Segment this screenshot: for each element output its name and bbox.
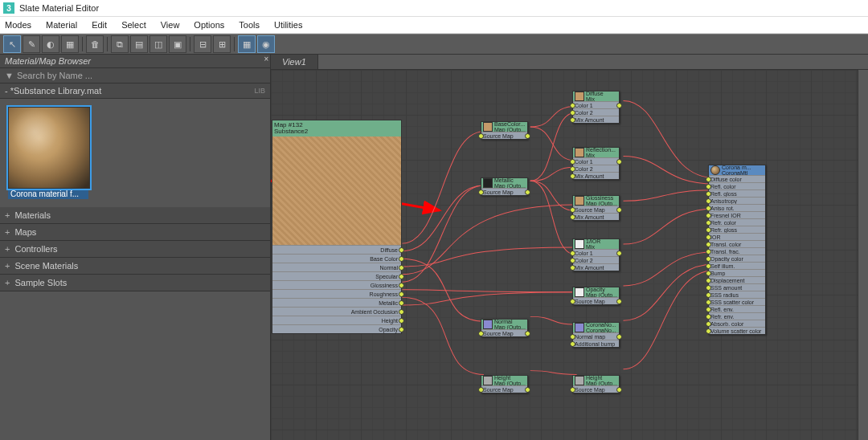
toolbar-sep (107, 37, 108, 51)
menu-utilities[interactable]: Utilities (274, 20, 302, 30)
tool-show-icon[interactable]: ▦ (61, 35, 79, 53)
menubar: Modes Material Edit Select View Options … (0, 17, 868, 34)
tool-grid-icon[interactable]: ▦ (238, 35, 256, 53)
search-row[interactable]: ▼ Search by Name ... (0, 68, 270, 84)
node-substance[interactable]: Map #132Substance2 Diffuse Base Color No… (272, 120, 402, 334)
node-glossiness[interactable]: GlossinessMap (Outp... Source Map Mix Am… (572, 195, 620, 221)
toolbar: ↖ ✎ ◐ ▦ 🗑 ⧉ ▤ ◫ ▣ ⊟ ⊞ ▦ ◉ (0, 34, 868, 55)
node-ior[interactable]: 1/IORMix Color 1 Color 2 Mix Amount (572, 238, 620, 271)
toolbar-sep (190, 37, 190, 51)
tool-select-icon[interactable]: ↖ (3, 35, 21, 53)
library-tag: LIB (254, 87, 265, 95)
tree-maps[interactable]: +Maps (0, 224, 270, 241)
titlebar: 3 Slate Material Editor (0, 0, 868, 17)
material-label: Corona material f... (8, 189, 88, 199)
toolbar-sep (234, 37, 235, 51)
browser-header: Material/Map Browser × (0, 55, 270, 68)
tree-sample-slots[interactable]: +Sample Slots (0, 275, 270, 291)
dropdown-icon[interactable]: ▼ (5, 71, 14, 80)
tool-toggle-icon[interactable]: ◫ (149, 35, 167, 53)
view-tabbar: View1 (271, 55, 868, 70)
tool-assign-icon[interactable]: ◐ (42, 35, 59, 53)
tab-view1[interactable]: View1 (271, 55, 318, 69)
menu-tools[interactable]: Tools (239, 20, 260, 30)
node-reflection[interactable]: Reflection...Mix Color 1 Color 2 Mix Amo… (572, 147, 620, 180)
tool-box-icon[interactable]: ▣ (169, 35, 186, 53)
menu-view[interactable]: View (161, 20, 180, 30)
tool-hide-icon[interactable]: ⊟ (194, 35, 211, 53)
tree-controllers[interactable]: +Controllers (0, 241, 270, 258)
node-height2[interactable]: HeightMap (Outp... Source Map (572, 375, 620, 393)
node-diffuse[interactable]: DiffuseMix Color 1 Color 2 Mix Amount (572, 91, 620, 124)
tool-delete-icon[interactable]: 🗑 (86, 35, 104, 53)
menu-options[interactable]: Options (194, 20, 224, 30)
close-icon[interactable]: × (264, 55, 268, 63)
tool-show2-icon[interactable]: ⊞ (213, 35, 231, 53)
search-input[interactable]: Search by Name ... (17, 71, 92, 80)
material-browser: Material/Map Browser × ▼ Search by Name … (0, 55, 271, 440)
node-preview (272, 136, 401, 245)
library-header[interactable]: - *Substance Library.mat LIB (0, 84, 270, 99)
menu-modes[interactable]: Modes (5, 20, 31, 30)
library-name: *Substance Library.mat (10, 86, 102, 96)
menu-select[interactable]: Select (121, 20, 146, 30)
material-thumb[interactable]: Corona material f... (8, 107, 88, 199)
node-canvas[interactable]: Map #132Substance2 Diffuse Base Color No… (271, 70, 868, 440)
node-subtitle: Substance2 (274, 128, 399, 135)
tool-picker-icon[interactable]: ✎ (23, 35, 40, 53)
menu-material[interactable]: Material (46, 20, 77, 30)
tree-scene-materials[interactable]: +Scene Materials (0, 258, 270, 275)
tool-layout-all-icon[interactable]: ▤ (130, 35, 148, 53)
expand-icon: - (5, 86, 10, 96)
window-title: Slate Material Editor (19, 3, 99, 13)
tool-render-icon[interactable]: ◉ (257, 35, 275, 53)
toolbar-sep (82, 37, 83, 51)
node-basecolor[interactable]: BaseColor...Map (Outp... Source Map (481, 121, 528, 140)
node-coronano[interactable]: CoronaNo...CoronaNo... Normal map Additi… (572, 322, 620, 348)
node-opacity[interactable]: OpacityMap (Outp... Source Map (572, 287, 620, 305)
node-corona-mtl[interactable]: Corona m...CoronaMtl Diffuse color Refl.… (708, 165, 766, 335)
menu-edit[interactable]: Edit (92, 20, 107, 30)
tool-move-children-icon[interactable]: ⧉ (111, 35, 129, 53)
node-height[interactable]: HeightMap (Outp... Source Map (481, 375, 528, 393)
material-preview-sphere[interactable] (8, 107, 90, 189)
app-icon: 3 (3, 2, 14, 14)
node-metallic[interactable]: MetallicMap (Outp... Source Map (481, 177, 528, 196)
tree-materials[interactable]: +Materials (0, 207, 270, 224)
browser-title: Material/Map Browser (5, 56, 91, 66)
node-normal[interactable]: NormalMap (Outp... Source Map (481, 319, 528, 337)
scrollbar-thumb[interactable] (858, 214, 867, 248)
